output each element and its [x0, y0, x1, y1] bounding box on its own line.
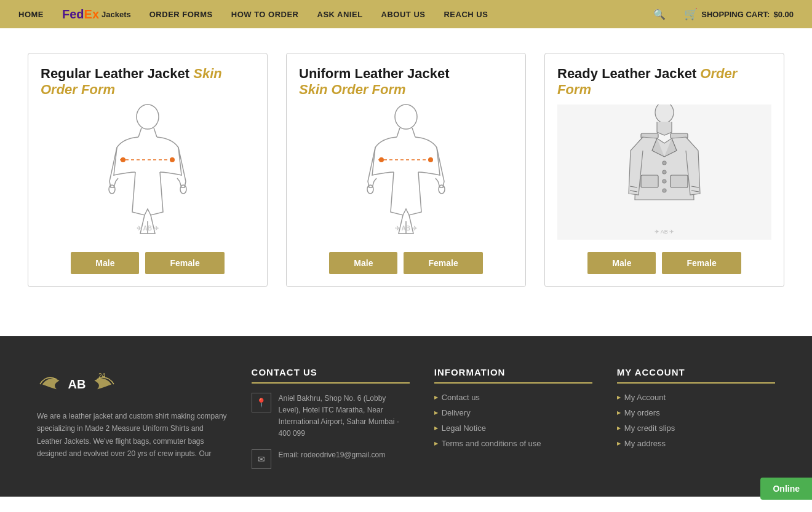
card-ready-title: Ready Leather Jacket Order Form	[557, 66, 771, 98]
navbar: HOME FedEx Jackets ORDER FORMS HOW TO OR…	[0, 0, 812, 28]
email-icon: ✉	[252, 449, 271, 469]
logo-jackets: Jackets	[102, 10, 131, 19]
ready-female-button[interactable]: Female	[662, 252, 741, 274]
card-regular: Regular Leather Jacket Skin Order Form	[28, 53, 268, 287]
nav-home[interactable]: HOME	[18, 10, 44, 19]
svg-text:AB: AB	[68, 377, 86, 391]
card-regular-subtitle: Skin Order Form	[41, 66, 222, 97]
svg-point-7	[170, 157, 175, 162]
svg-text:✈ AB ✈: ✈ AB ✈	[655, 229, 675, 235]
brand-description: We are a leather jacket and custom shirt…	[37, 410, 227, 460]
svg-point-23	[663, 179, 666, 183]
svg-line-10	[397, 128, 400, 137]
info-legal-link[interactable]: Legal Notice	[434, 423, 592, 433]
svg-point-4	[180, 185, 186, 194]
contact-email-item: ✉ Email: rodeodrive19@gmail.com	[252, 449, 410, 469]
svg-point-13	[439, 185, 445, 194]
svg-point-15	[379, 157, 384, 162]
card-uniform-buttons: Male Female	[299, 252, 513, 274]
svg-line-1	[138, 128, 141, 137]
regular-female-button[interactable]: Female	[145, 252, 224, 274]
footer-contact-col: CONTACT US 📍 Aniel Bakhru, Shop No. 6 (L…	[252, 367, 410, 478]
account-creditslips-link[interactable]: My credit slips	[617, 423, 775, 433]
nav-about-us[interactable]: ABOUT US	[381, 10, 426, 19]
account-myaccount-link[interactable]: My Account	[617, 393, 775, 402]
card-ready-subtitle: Order Form	[557, 66, 737, 97]
card-regular-buttons: Male Female	[41, 252, 255, 274]
email-label: Email:	[279, 451, 299, 459]
card-ready-image: ✈ AB ✈	[557, 104, 771, 240]
svg-point-3	[109, 185, 115, 194]
figure-svg-uniform: ✈ AB ✈	[344, 101, 468, 243]
svg-point-6	[121, 157, 125, 162]
card-ready-buttons: Male Female	[557, 252, 771, 274]
fedex-fe: Fed	[62, 7, 84, 21]
svg-text:✈ AB ✈: ✈ AB ✈	[137, 225, 159, 232]
svg-point-21	[663, 161, 666, 165]
svg-line-11	[412, 128, 415, 137]
regular-male-button[interactable]: Male	[71, 252, 139, 274]
svg-text:✈ AB ✈: ✈ AB ✈	[395, 225, 418, 232]
online-badge[interactable]: Online	[760, 478, 812, 497]
brand-logo: AB 24	[37, 367, 227, 401]
svg-rect-25	[641, 175, 658, 187]
fedex-ex: Ex	[84, 7, 99, 21]
cart-value: $0.00	[773, 10, 794, 19]
svg-text:24: 24	[98, 372, 106, 379]
info-contact-link[interactable]: Contact us	[434, 393, 592, 402]
footer-brand-col: AB 24 We are a leather jacket and custom…	[37, 367, 227, 478]
svg-point-22	[663, 170, 666, 174]
cart-label: SHOPPING CART:	[701, 10, 770, 19]
card-ready: Ready Leather Jacket Order Form	[544, 53, 784, 287]
svg-point-0	[137, 104, 159, 129]
uniform-female-button[interactable]: Female	[404, 252, 482, 274]
cart-area[interactable]: 🛒 SHOPPING CART: $0.00	[684, 7, 794, 21]
contact-address: Aniel Bakhru, Shop No. 6 (Lobby Level), …	[279, 393, 410, 440]
svg-point-24	[663, 189, 666, 192]
email-value[interactable]: rodeodrive19@gmail.com	[301, 451, 385, 459]
footer-account-col: MY ACCOUNT My Account My orders My credi…	[617, 367, 775, 478]
card-uniform: Uniform Leather JacketSkin Order Form	[286, 53, 526, 287]
contact-address-item: 📍 Aniel Bakhru, Shop No. 6 (Lobby Level)…	[252, 393, 410, 440]
footer: AB 24 We are a leather jacket and custom…	[0, 336, 812, 497]
ready-male-button[interactable]: Male	[587, 252, 656, 274]
location-icon: 📍	[252, 393, 271, 412]
svg-point-9	[395, 104, 417, 129]
footer-info-col: INFORMATION Contact us Delivery Legal No…	[434, 367, 592, 478]
contact-email: Email: rodeodrive19@gmail.com	[279, 449, 386, 461]
nav-ask-aniel[interactable]: ASK ANIEL	[317, 10, 363, 19]
uniform-male-button[interactable]: Male	[329, 252, 397, 274]
svg-rect-26	[671, 175, 688, 187]
account-orders-link[interactable]: My orders	[617, 408, 775, 417]
info-heading: INFORMATION	[434, 367, 592, 384]
svg-line-2	[154, 128, 157, 137]
search-button[interactable]: 🔍	[653, 9, 666, 20]
nav-order-forms[interactable]: ORDER FORMS	[149, 10, 213, 19]
card-regular-image: ✈ AB ✈	[41, 104, 255, 240]
logo-wrap[interactable]: FedEx Jackets	[62, 8, 131, 20]
card-uniform-image: ✈ AB ✈	[299, 104, 513, 240]
cart-icon: 🛒	[684, 7, 698, 21]
contact-heading: CONTACT US	[252, 367, 410, 384]
main-content: Regular Leather Jacket Skin Order Form	[0, 28, 812, 336]
svg-point-16	[428, 157, 433, 162]
jacket-sketch-svg: ✈ AB ✈	[603, 104, 726, 240]
info-delivery-link[interactable]: Delivery	[434, 408, 592, 417]
svg-point-18	[655, 104, 674, 123]
fedex-logo: FedEx	[62, 8, 99, 20]
card-regular-title: Regular Leather Jacket Skin Order Form	[41, 66, 255, 98]
nav-how-to-order[interactable]: HOW TO ORDER	[231, 10, 299, 19]
figure-svg-regular: ✈ AB ✈	[86, 101, 209, 243]
svg-point-12	[367, 185, 373, 194]
myaccount-heading: MY ACCOUNT	[617, 367, 775, 384]
card-uniform-subtitle: Skin Order Form	[299, 82, 406, 97]
info-terms-link[interactable]: Terms and conditions of use	[434, 439, 592, 448]
card-uniform-title: Uniform Leather JacketSkin Order Form	[299, 66, 513, 98]
brand-wings-logo: AB 24	[37, 367, 117, 401]
nav-reach-us[interactable]: REACH US	[444, 10, 488, 19]
account-address-link[interactable]: My address	[617, 439, 775, 448]
